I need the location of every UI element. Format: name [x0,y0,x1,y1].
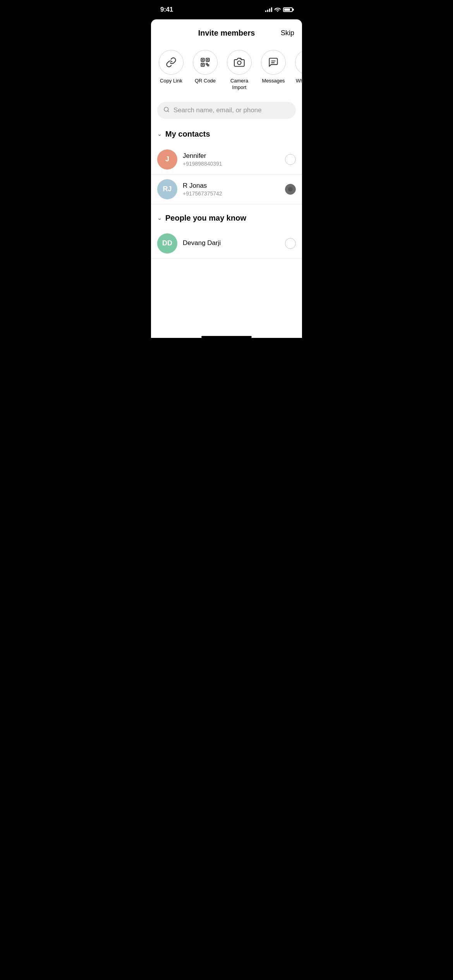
whatsapp-icon-circle [295,50,302,75]
status-time: 9:41 [160,6,173,14]
status-bar: 9:41 [151,0,302,19]
share-options-row: Copy Link QR Code [151,44,302,102]
avatar-rjonas: RJ [157,179,177,199]
signal-icon [265,7,272,12]
people-you-may-know-section-header: ⌄ People you may know [151,211,302,229]
contact-row-rjonas[interactable]: RJ R Jonas +917567375742 [151,175,302,204]
main-content-sheet: Invite members Skip Copy Link [151,19,302,338]
home-indicator [201,336,252,338]
header: Invite members Skip [151,19,302,44]
my-contacts-section-header: ⌄ My contacts [151,127,302,145]
people-you-may-know-chevron-icon: ⌄ [157,214,162,221]
contact-info-jennifer: Jennifer +919898840391 [183,152,280,167]
my-contacts-title: My contacts [165,130,210,139]
share-option-camera-import[interactable]: CameraImport [222,47,256,94]
search-bar[interactable]: Search name, email, or phone [157,102,296,119]
share-option-qr-code[interactable]: QR Code [188,47,222,94]
radio-rjonas[interactable] [285,184,296,195]
search-container: Search name, email, or phone [151,102,302,127]
search-placeholder: Search name, email, or phone [173,106,262,114]
svg-rect-4 [207,59,209,61]
svg-rect-5 [202,64,204,66]
contact-row-jennifer[interactable]: J Jennifer +919898840391 [151,145,302,175]
contact-phone-rjonas: +917567375742 [183,190,280,197]
contact-name-jennifer: Jennifer [183,152,280,160]
copy-link-label: Copy Link [160,78,182,84]
phone-frame: 9:41 Invite members Skip [151,0,302,346]
avatar-jennifer: J [157,149,177,170]
radio-devang[interactable] [285,238,296,249]
contact-info-rjonas: R Jonas +917567375742 [183,182,280,197]
share-option-messages[interactable]: Messages [256,47,290,94]
my-contacts-chevron-icon: ⌄ [157,130,162,137]
contact-name-devang: Devang Darji [183,239,280,247]
wifi-icon [275,7,281,13]
svg-rect-3 [202,59,204,61]
radio-jennifer[interactable] [285,154,296,165]
contact-info-devang: Devang Darji [183,239,280,248]
svg-point-14 [288,187,293,192]
messages-label: Messages [262,78,285,84]
messages-icon-circle [261,50,286,75]
contact-row-devang[interactable]: DD Devang Darji [151,229,302,259]
copy-link-icon-circle [159,50,184,75]
qr-code-icon-circle [193,50,218,75]
page-title: Invite members [198,29,255,38]
share-option-copy-link[interactable]: Copy Link [154,47,188,94]
avatar-devang: DD [157,233,177,254]
status-icons [265,7,293,13]
camera-import-icon-circle [227,50,252,75]
qr-code-label: QR Code [195,78,216,84]
people-you-may-know-title: People you may know [165,214,246,223]
share-option-whatsapp[interactable]: WhatsApp [290,47,302,94]
search-icon [163,106,170,114]
svg-point-6 [237,61,241,65]
contact-name-rjonas: R Jonas [183,182,280,190]
contact-phone-jennifer: +919898840391 [183,161,280,167]
battery-icon [283,7,293,12]
whatsapp-label: WhatsApp [296,78,302,84]
camera-import-label: CameraImport [230,78,248,91]
skip-button[interactable]: Skip [281,29,294,37]
